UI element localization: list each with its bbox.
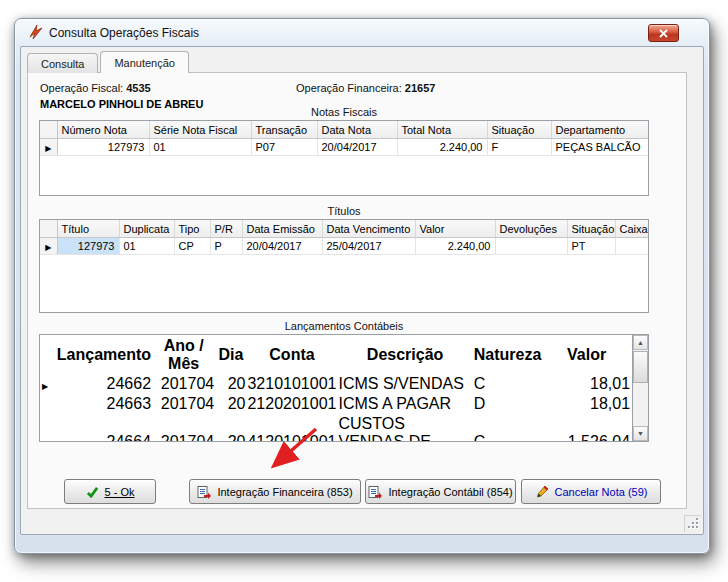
cell[interactable]: 2.240,00 bbox=[397, 138, 487, 155]
cell[interactable]: 127973 bbox=[57, 138, 149, 155]
dialog-client-area: Consulta Manutenção Operação Fiscal: 453… bbox=[20, 46, 704, 535]
col-tipo[interactable]: Tipo bbox=[174, 220, 210, 237]
close-button[interactable] bbox=[648, 24, 679, 42]
cell[interactable]: 20 bbox=[216, 415, 245, 441]
lancamentos-table-row[interactable]: 24664 201704 20 4120101001 CUSTOS VENDAS… bbox=[42, 415, 630, 441]
cell[interactable]: 20/04/2017 bbox=[317, 138, 397, 155]
titlebar[interactable]: Consulta Operações Fiscais bbox=[15, 19, 709, 46]
col-valor[interactable]: Valor bbox=[543, 337, 630, 373]
col-descricao[interactable]: Descrição bbox=[338, 337, 471, 373]
cell[interactable] bbox=[495, 237, 567, 254]
titulos-caption: Títulos bbox=[39, 205, 649, 217]
col-transacao[interactable]: Transação bbox=[251, 121, 317, 138]
cell[interactable]: CP bbox=[174, 237, 210, 254]
cell[interactable]: C bbox=[474, 415, 542, 441]
cell[interactable]: ICMS A PAGAR bbox=[338, 395, 471, 413]
col-valor[interactable]: Valor bbox=[415, 220, 495, 237]
col-serie-nota-fiscal[interactable]: Série Nota Fiscal bbox=[149, 121, 251, 138]
scroll-down-button[interactable]: ▼ bbox=[633, 426, 648, 441]
col-data-vencimento[interactable]: Data Vencimento bbox=[322, 220, 415, 237]
check-icon bbox=[86, 486, 99, 498]
cell[interactable]: 24663 bbox=[57, 395, 151, 413]
cell[interactable]: 3210101001 bbox=[247, 375, 336, 393]
cell[interactable]: PT bbox=[567, 237, 615, 254]
col-data-emissao[interactable]: Data Emissão bbox=[242, 220, 322, 237]
cell[interactable]: 20 bbox=[216, 375, 245, 393]
ok-button-label: 5 - Ok bbox=[105, 486, 135, 498]
operacao-fiscal-field: Operação Fiscal: 4535 bbox=[40, 82, 151, 94]
col-ano-mes[interactable]: Ano / Mês bbox=[153, 337, 214, 373]
col-caixa[interactable]: Caixa bbox=[615, 220, 649, 237]
cell[interactable]: 201704 bbox=[153, 375, 214, 393]
col-lancamento[interactable]: Lançamento bbox=[57, 337, 151, 373]
vertical-scrollbar[interactable]: ▲ ▼ bbox=[632, 335, 648, 441]
col-situacao[interactable]: Situação bbox=[487, 121, 551, 138]
cell[interactable]: 24664 bbox=[57, 415, 151, 441]
cell[interactable]: 25/04/2017 bbox=[322, 237, 415, 254]
scroll-up-button[interactable]: ▲ bbox=[633, 335, 648, 350]
col-departamento[interactable]: Departamento bbox=[551, 121, 649, 138]
cell[interactable]: 20/04/2017 bbox=[242, 237, 322, 254]
cell[interactable]: 1.526,04 bbox=[543, 415, 630, 441]
col-natureza[interactable]: Natureza bbox=[474, 337, 542, 373]
app-logo-icon bbox=[28, 24, 45, 41]
cell[interactable]: ICMS S/VENDAS bbox=[338, 375, 471, 393]
row-selector bbox=[42, 395, 55, 413]
cell[interactable]: 2120201001 bbox=[247, 395, 336, 413]
cell[interactable]: 201704 bbox=[153, 415, 214, 441]
window-title: Consulta Operações Fiscais bbox=[49, 26, 199, 40]
scrollbar-track[interactable] bbox=[633, 350, 648, 426]
tab-consulta[interactable]: Consulta bbox=[27, 53, 98, 73]
cell[interactable]: 24662 bbox=[57, 375, 151, 393]
cell[interactable]: 01 bbox=[119, 237, 174, 254]
integration-financeira-icon bbox=[197, 485, 211, 499]
cell[interactable]: 2.240,00 bbox=[415, 237, 495, 254]
cell[interactable]: 201704 bbox=[153, 395, 214, 413]
cell[interactable]: C bbox=[474, 375, 542, 393]
integracao-financeira-button[interactable]: Integração Financeira (853) bbox=[189, 479, 361, 504]
col-duplicata[interactable]: Duplicata bbox=[119, 220, 174, 237]
col-total-nota[interactable]: Total Nota bbox=[397, 121, 487, 138]
col-devolucoes[interactable]: Devoluções bbox=[495, 220, 567, 237]
notas-table-row[interactable]: ▶ 127973 01 P07 20/04/2017 2.240,00 F PE… bbox=[40, 138, 649, 155]
col-dia[interactable]: Dia bbox=[216, 337, 245, 373]
titulos-table-row[interactable]: ▶ 127973 01 CP P 20/04/2017 25/04/2017 2… bbox=[40, 237, 649, 254]
cell[interactable] bbox=[615, 237, 649, 254]
cell[interactable]: D bbox=[474, 395, 542, 413]
selected-cell[interactable]: 127973 bbox=[57, 237, 119, 254]
cell[interactable]: 20 bbox=[216, 395, 245, 413]
resize-grip[interactable] bbox=[684, 515, 701, 532]
notas-header-row: Número Nota Série Nota Fiscal Transação … bbox=[40, 121, 649, 138]
cell[interactable]: PEÇAS BALCÃO bbox=[551, 138, 649, 155]
pencil-icon bbox=[535, 485, 549, 499]
cell[interactable]: F bbox=[487, 138, 551, 155]
annotation-arrow bbox=[252, 424, 330, 476]
col-titulo[interactable]: Título bbox=[57, 220, 119, 237]
scrollbar-thumb[interactable] bbox=[633, 351, 648, 383]
cell[interactable]: CUSTOS VENDAS DE PECAS bbox=[338, 415, 471, 441]
col-conta[interactable]: Conta bbox=[247, 337, 336, 373]
current-row-indicator: ▶ bbox=[45, 243, 51, 252]
dialog-window: Consulta Operações Fiscais Consulta Manu… bbox=[14, 18, 710, 554]
titulos-grid: Título Duplicata Tipo P/R Data Emissão D… bbox=[39, 219, 649, 313]
lancamentos-table-row[interactable]: 24663 201704 20 2120201001 ICMS A PAGAR … bbox=[42, 395, 630, 413]
col-situacao[interactable]: Situação bbox=[567, 220, 615, 237]
lancamentos-table-row[interactable]: ▶ 24662 201704 20 3210101001 ICMS S/VEND… bbox=[42, 375, 630, 393]
cell[interactable]: P07 bbox=[251, 138, 317, 155]
cancelar-nota-button[interactable]: Cancelar Nota (59) bbox=[521, 479, 661, 504]
ok-button[interactable]: 5 - Ok bbox=[64, 479, 156, 504]
integracao-financeira-label: Integração Financeira (853) bbox=[217, 486, 352, 498]
titulos-header-row: Título Duplicata Tipo P/R Data Emissão D… bbox=[40, 220, 649, 237]
col-data-nota[interactable]: Data Nota bbox=[317, 121, 397, 138]
cell[interactable]: 01 bbox=[149, 138, 251, 155]
col-numero-nota[interactable]: Número Nota bbox=[57, 121, 149, 138]
current-row-indicator: ▶ bbox=[45, 144, 51, 153]
cell[interactable]: 18,01 bbox=[543, 375, 630, 393]
cell[interactable]: 18,01 bbox=[543, 395, 630, 413]
row-selector: ▶ bbox=[42, 375, 55, 393]
tab-manutencao[interactable]: Manutenção bbox=[100, 51, 189, 73]
col-pr[interactable]: P/R bbox=[210, 220, 242, 237]
integracao-contabil-label: Integração Contábil (854) bbox=[388, 486, 512, 498]
cell[interactable]: P bbox=[210, 237, 242, 254]
integracao-contabil-button[interactable]: Integração Contábil (854) bbox=[365, 479, 516, 504]
